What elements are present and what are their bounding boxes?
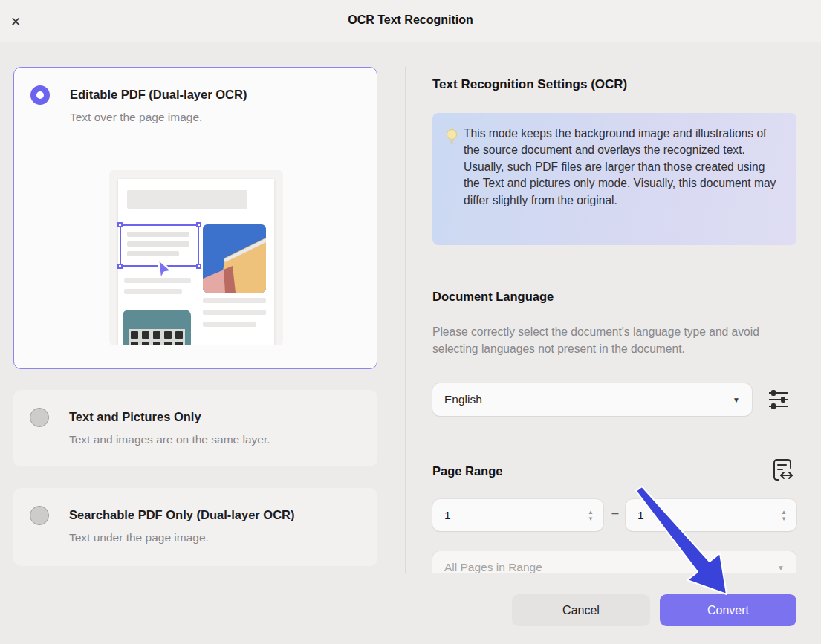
radio-searchable-pdf[interactable] bbox=[30, 506, 49, 525]
window-title: OCR Text Recognition bbox=[0, 13, 821, 27]
panel-divider bbox=[405, 67, 406, 573]
cancel-button[interactable]: Cancel bbox=[512, 594, 650, 626]
illustration-keyboard-image bbox=[123, 310, 191, 345]
lightbulb-icon bbox=[443, 128, 461, 146]
page-range-icon[interactable] bbox=[770, 458, 795, 484]
mode-card-text-pictures-only[interactable]: Text and Pictures Only Text and images a… bbox=[13, 390, 377, 466]
page-from-input[interactable]: 1 ▲ ▼ bbox=[432, 499, 603, 531]
info-text: This mode keeps the background image and… bbox=[464, 126, 783, 233]
radio-text-pictures-only[interactable] bbox=[30, 408, 49, 427]
stepper-up-icon[interactable]: ▲ bbox=[781, 509, 787, 515]
language-advanced-sliders-icon[interactable] bbox=[768, 389, 790, 410]
page-to-value: 1 bbox=[637, 509, 781, 522]
page-to-stepper[interactable]: ▲ ▼ bbox=[781, 509, 787, 522]
mode-illustration bbox=[109, 170, 283, 345]
mode-title: Editable PDF (Dual-layer OCR) bbox=[70, 88, 247, 102]
document-language-description: Please correctly select the document's l… bbox=[432, 324, 782, 357]
page-to-input[interactable]: 1 ▲ ▼ bbox=[626, 499, 796, 531]
radio-editable-pdf[interactable] bbox=[30, 85, 50, 105]
mode-card-searchable-pdf[interactable]: Searchable PDF Only (Dual-layer OCR) Tex… bbox=[13, 488, 377, 566]
language-select-value: English bbox=[444, 393, 733, 406]
info-box: This mode keeps the background image and… bbox=[432, 113, 796, 245]
chevron-down-icon: ▼ bbox=[733, 396, 740, 404]
page-from-stepper[interactable]: ▲ ▼ bbox=[588, 509, 594, 522]
mode-subtitle: Text and images are on the same layer. bbox=[69, 433, 270, 446]
mode-title: Text and Pictures Only bbox=[69, 410, 270, 424]
settings-heading: Text Recognition Settings (OCR) bbox=[432, 77, 627, 92]
stepper-down-icon[interactable]: ▼ bbox=[781, 515, 787, 522]
illustration-photo bbox=[203, 224, 266, 293]
stepper-up-icon[interactable]: ▲ bbox=[588, 509, 594, 515]
page-subset-value: All Pages in Range bbox=[444, 561, 777, 573]
page-range-separator: – bbox=[608, 507, 623, 520]
title-bar: ✕ OCR Text Recognition bbox=[0, 0, 821, 42]
mode-card-editable-pdf[interactable]: Editable PDF (Dual-layer OCR) Text over … bbox=[13, 67, 377, 369]
page-from-value: 1 bbox=[444, 509, 588, 522]
language-select[interactable]: English ▼ bbox=[432, 383, 752, 416]
page-subset-select[interactable]: All Pages in Range ▼ bbox=[432, 551, 796, 573]
illustration-page bbox=[118, 179, 274, 345]
mode-subtitle: Text under the page image. bbox=[69, 531, 295, 544]
mode-subtitle: Text over the page image. bbox=[70, 111, 247, 124]
page-range-heading: Page Range bbox=[432, 464, 502, 478]
mode-title: Searchable PDF Only (Dual-layer OCR) bbox=[69, 508, 295, 522]
chevron-down-icon: ▼ bbox=[777, 564, 785, 572]
convert-button[interactable]: Convert bbox=[660, 594, 796, 626]
page-subset-clipped-region: All Pages in Range ▼ bbox=[432, 551, 796, 573]
stepper-down-icon[interactable]: ▼ bbox=[588, 515, 594, 522]
document-language-heading: Document Language bbox=[432, 290, 554, 304]
